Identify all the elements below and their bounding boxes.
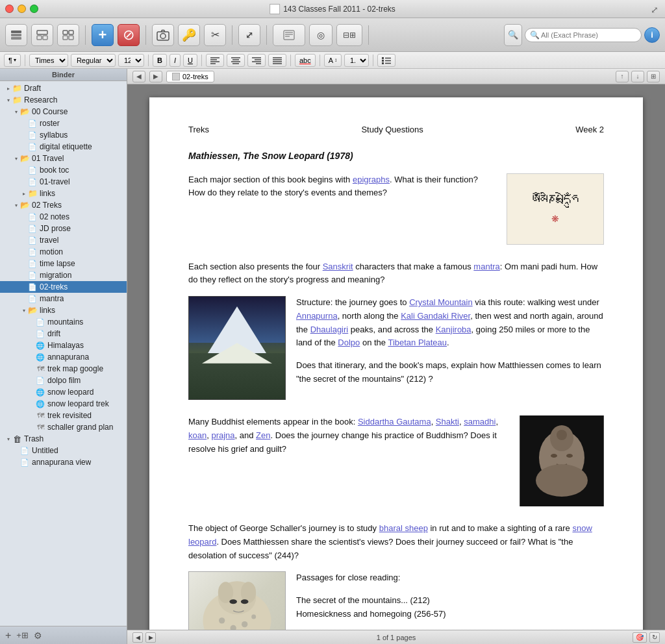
doc-view-up-button[interactable]: ↑ [616,71,629,82]
info-button[interactable]: i [644,27,660,43]
sidebar-item-trash[interactable]: 🗑 Trash [0,433,127,445]
sidebar-item-02notes[interactable]: 📄 02 notes [0,211,127,223]
sidebar-item-snow-leopard[interactable]: 🌐 snow leopard [0,386,127,398]
italic-button[interactable]: I [169,54,181,67]
sidebar-item-annapurana[interactable]: 🌐 annapurana [0,351,127,363]
inspector-button[interactable]: ✂ [204,24,226,46]
line-height-select[interactable]: 1.0 [344,54,369,67]
minimize-button[interactable] [18,5,26,13]
add-group-button[interactable]: +⊞ [16,630,29,640]
justify-button[interactable] [268,54,286,67]
target-button[interactable]: ◎ [309,24,332,46]
sidebar-item-untitled[interactable]: 📄 Untitled [0,445,127,456]
sidebar-item-research[interactable]: 📁 Research [0,94,127,106]
sidebar-item-01travel-doc[interactable]: 📄 01-travel [0,176,127,188]
link-kali-gandaki[interactable]: Kali Gandaki River [401,311,470,321]
word-count-button[interactable] [273,24,305,46]
doc-split-button[interactable]: ⊞ [647,71,660,82]
link-dhaulagiri[interactable]: Dhaulagiri [310,325,349,334]
sidebar-item-annapurana-view[interactable]: 📄 annapurana view [0,456,127,468]
footer-next-button[interactable]: ▶ [145,632,156,643]
bold-button[interactable]: B [153,54,167,67]
close-button[interactable] [5,5,14,13]
nav-next-button[interactable]: ▶ [149,71,162,82]
link-mantra[interactable]: mantra [473,262,499,271]
paragraph-style-button[interactable]: ¶ ▾ [4,54,21,67]
link-tibetan-plateau[interactable]: Tibetan Plateau [388,338,447,347]
sidebar-item-roster[interactable]: 📄 roster [0,118,127,129]
link-bharal-sheep[interactable]: bharal sheep [379,523,428,533]
link-crystal-mountain[interactable]: Crystal Mountain [409,297,473,307]
search-input[interactable] [525,28,642,42]
label-trek-map-google: trek map google [47,364,103,373]
sidebar-item-00course[interactable]: 📂 00 Course [0,106,127,118]
svg-point-53 [242,621,247,627]
sidebar-item-himalayas[interactable]: 🌐 Himalayas [0,340,127,351]
font-size-select[interactable]: 12 [118,54,144,67]
link-dolpo[interactable]: Dolpo [338,338,360,347]
sidebar-item-migration[interactable]: 📄 migration [0,269,127,281]
link-samadhi[interactable]: samadhi [464,417,496,427]
link-epigraphs[interactable]: epigraphs [353,175,390,184]
footer-prev-button[interactable]: ◀ [132,632,143,643]
sidebar-item-drift[interactable]: 📄 drift [0,328,127,340]
font-family-select[interactable]: Times [29,54,68,67]
link-shakti[interactable]: Shakti [436,417,459,427]
underline-button[interactable]: U [183,54,197,67]
doc-tab[interactable]: 02-treks [166,71,214,82]
sidebar-item-schaller-grand-plan[interactable]: 🗺 schaller grand plan [0,421,127,433]
sidebar-item-links[interactable]: 📁 links [0,188,127,199]
doc-icon-snow-leopard: 🌐 [35,387,45,397]
link-annapurna[interactable]: Annapurna [296,311,338,321]
sidebar-item-digital-etiquette[interactable]: 📄 digital etiquette [0,141,127,153]
sidebar-item-syllabus[interactable]: 📄 syllabus [0,129,127,141]
font-style-select[interactable]: Regular [71,54,116,67]
fullscreen-button[interactable]: ⤢ [651,5,660,14]
link-sanskrit[interactable]: Sanskrit [323,262,353,271]
align-center-button[interactable] [227,54,245,67]
add-document-button[interactable]: + [92,24,114,46]
maximize-button[interactable] [30,5,38,13]
sidebar-item-draft[interactable]: 📁 Draft [0,82,127,94]
list-button[interactable] [377,54,395,67]
link-siddartha[interactable]: Siddartha Gautama [358,417,431,427]
delete-document-button[interactable]: ⊘ [118,24,140,46]
link-kanjiroba[interactable]: Kanjiroba [436,325,471,334]
outliner-button[interactable] [31,24,53,46]
search-options-button[interactable]: 🔍 [504,24,522,46]
sidebar-item-motion[interactable]: 📄 motion [0,246,127,258]
color-button[interactable]: abc [295,54,316,67]
sidebar-item-trek-map-google[interactable]: 🗺 trek map google [0,363,127,375]
sidebar-item-mantra[interactable]: 📄 mantra [0,293,127,304]
sidebar-item-time-lapse[interactable]: 📄 time lapse [0,258,127,269]
sidebar-item-jd-prose[interactable]: 📄 JD prose [0,223,127,234]
keywords-button[interactable]: 🔑 [178,24,200,46]
doc-view-down-button[interactable]: ↓ [631,71,644,82]
align-right-button[interactable] [247,54,266,67]
layout-button[interactable]: ⊟⊞ [336,24,362,46]
footer-icon-button[interactable]: 🎯 [633,632,647,643]
link-zen[interactable]: Zen [256,430,270,440]
sidebar-item-02treks[interactable]: 📂 02 Treks [0,199,127,211]
add-item-button[interactable]: + [5,630,11,641]
sidebar-item-dolpo-film[interactable]: 📄 dolpo film [0,375,127,386]
sidebar-item-mountains[interactable]: 📄 mountains [0,316,127,328]
snapshot-button[interactable] [152,24,174,46]
settings-button[interactable]: ⚙ [34,630,42,641]
footer-refresh-button[interactable]: ↻ [649,632,660,643]
sidebar-item-02treks-doc[interactable]: 📄 02-treks [0,281,127,293]
line-height-button[interactable]: A↕ [324,54,342,67]
binder-toggle-button[interactable] [5,24,27,46]
align-left-button[interactable] [206,54,224,67]
link-koan[interactable]: koan [188,430,207,440]
sidebar-item-book-toc[interactable]: 📄 book toc [0,164,127,176]
sidebar-item-01travel[interactable]: 📂 01 Travel [0,153,127,164]
sidebar-item-travel[interactable]: 📄 travel [0,234,127,246]
compose-button[interactable]: ⤢ [238,24,260,46]
nav-prev-button[interactable]: ◀ [132,71,145,82]
sidebar-item-snow-leopard-trek[interactable]: 🌐 snow leopard trek [0,398,127,410]
sidebar-item-links2[interactable]: 📂 links [0,304,127,316]
link-prajna[interactable]: prajna [211,430,234,440]
sidebar-item-trek-revisited[interactable]: 🗺 trek revisited [0,410,127,421]
corkboard-button[interactable] [57,24,79,46]
